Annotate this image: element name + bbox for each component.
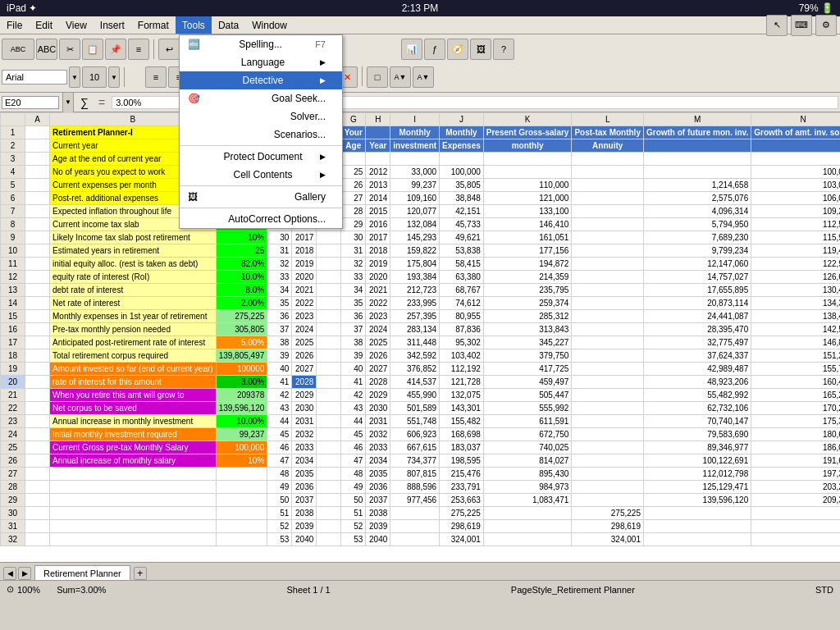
style-dropdown[interactable]: ABC (2, 39, 34, 60)
cell-c26[interactable]: 10% (216, 454, 267, 468)
cell-i3[interactable] (390, 153, 440, 166)
cell-h9[interactable]: 2017 (366, 231, 390, 244)
cell-j18[interactable]: 103,402 (440, 349, 484, 363)
cell-i2[interactable]: investment (390, 139, 440, 153)
cell-g1[interactable]: Your (341, 126, 366, 139)
cell-h10[interactable]: 2018 (366, 244, 390, 258)
cell-a32[interactable] (25, 533, 50, 546)
cell-n5[interactable]: 103,000 (751, 179, 840, 192)
cell-e20-selected[interactable]: 2028 (292, 376, 317, 389)
func-btn[interactable]: ƒ (424, 39, 445, 60)
cell-e27[interactable]: 2035 (292, 468, 317, 481)
cell-m15[interactable]: 24,441,087 (643, 310, 751, 323)
cell-k29[interactable]: 1,083,471 (483, 494, 572, 507)
cell-l23[interactable] (572, 415, 644, 428)
cell-i7[interactable]: 120,077 (390, 205, 440, 218)
cell-j20[interactable]: 121,728 (440, 376, 484, 389)
cell-g18[interactable]: 39 (341, 349, 366, 363)
cell-n12[interactable]: 126,677 (751, 271, 840, 284)
cell-a6[interactable] (25, 192, 50, 205)
cell-n19[interactable]: 155,797 (751, 363, 840, 376)
cell-h16[interactable]: 2024 (366, 323, 390, 336)
cell-i10[interactable]: 159,822 (390, 244, 440, 258)
cell-j9[interactable]: 49,621 (440, 231, 484, 244)
cell-f31[interactable] (317, 520, 341, 533)
cell-a29[interactable] (25, 494, 50, 507)
cell-n14[interactable]: 134,392 (751, 297, 840, 310)
cell-c25[interactable]: 100,000 (216, 441, 267, 454)
cell-a28[interactable] (25, 481, 50, 494)
cell-g17[interactable]: 38 (341, 336, 366, 349)
cell-n25[interactable]: 186,029 (751, 441, 840, 454)
cell-i8[interactable]: 132,084 (390, 218, 440, 231)
cell-h13[interactable]: 2021 (366, 284, 390, 297)
cell-b10[interactable]: Estimated years in retirement (50, 244, 217, 258)
cell-a19[interactable] (25, 363, 50, 376)
cell-g9[interactable]: 30 (341, 231, 366, 244)
settings-btn[interactable]: ⚙ (815, 15, 837, 36)
cell-e31[interactable]: 2039 (292, 520, 317, 533)
cell-l16[interactable] (572, 323, 644, 336)
cell-k11[interactable]: 194,872 (483, 258, 572, 271)
cell-a14[interactable] (25, 297, 50, 310)
cell-d23[interactable]: 44 (267, 415, 292, 428)
cell-n31[interactable] (751, 520, 840, 533)
cell-l11[interactable] (572, 258, 644, 271)
cell-m3[interactable] (643, 153, 751, 166)
cell-n22[interactable]: 170,243 (751, 402, 840, 415)
cell-m27[interactable]: 112,012,798 (643, 468, 751, 481)
cell-f16[interactable] (317, 323, 341, 336)
cell-n21[interactable]: 165,285 (751, 389, 840, 402)
cell-i13[interactable]: 212,723 (390, 284, 440, 297)
cell-j25[interactable]: 183,037 (440, 441, 484, 454)
cell-m31[interactable] (643, 520, 751, 533)
font-dropdown-btn[interactable]: ▼ (69, 66, 80, 88)
cell-m28[interactable]: 125,129,471 (643, 481, 751, 494)
cell-k18[interactable]: 379,750 (483, 349, 572, 363)
cell-j16[interactable]: 87,836 (440, 323, 484, 336)
cell-b21[interactable]: When you retire this amt will grow to (50, 389, 217, 402)
menu-autocorrect[interactable]: AutoCorrect Options... (180, 210, 342, 228)
cell-j1[interactable]: Monthly (440, 126, 484, 139)
cell-j14[interactable]: 74,612 (440, 297, 484, 310)
cell-n1[interactable]: Growth of amt. inv. so far (751, 126, 840, 139)
cell-h4[interactable]: 2012 (366, 166, 390, 179)
cell-g16[interactable]: 37 (341, 323, 366, 336)
gallery-btn[interactable]: 🖼 (470, 39, 491, 60)
cell-m23[interactable]: 70,740,147 (643, 415, 751, 428)
cell-n27[interactable]: 197,359 (751, 468, 840, 481)
cell-b28[interactable] (50, 481, 217, 494)
cell-n10[interactable]: 119,405 (751, 244, 840, 258)
cell-n18[interactable]: 151,259 (751, 349, 840, 363)
menu-gallery[interactable]: 🖼 Gallery (180, 188, 342, 206)
cell-m13[interactable]: 17,655,895 (643, 284, 751, 297)
cell-f29[interactable] (317, 494, 341, 507)
cell-a21[interactable] (25, 389, 50, 402)
cell-m32[interactable] (643, 533, 751, 546)
cell-h5[interactable]: 2013 (366, 179, 390, 192)
cell-j28[interactable]: 233,791 (440, 481, 484, 494)
cell-n29[interactable]: 209,378 (751, 494, 840, 507)
cell-n16[interactable]: 142,576 (751, 323, 840, 336)
cell-k13[interactable]: 235,795 (483, 284, 572, 297)
formula-bar-dropdown[interactable]: ▼ (62, 92, 74, 113)
cell-j10[interactable]: 53,838 (440, 244, 484, 258)
cell-f24[interactable] (317, 428, 341, 441)
cell-j27[interactable]: 215,476 (440, 468, 484, 481)
cell-h15[interactable]: 2023 (366, 310, 390, 323)
cell-j21[interactable]: 132,075 (440, 389, 484, 402)
cell-i4[interactable]: 33,000 (390, 166, 440, 179)
cell-n9[interactable]: 115,927 (751, 231, 840, 244)
cell-g30[interactable]: 51 (341, 507, 366, 520)
cell-a1[interactable] (25, 126, 50, 139)
cell-l31[interactable]: 298,619 (572, 520, 644, 533)
cell-l4[interactable] (572, 166, 644, 179)
cell-c12[interactable]: 10.0% (216, 271, 267, 284)
cell-i23[interactable]: 551,748 (390, 415, 440, 428)
cell-l20[interactable] (572, 376, 644, 389)
cell-e9[interactable]: 2017 (292, 231, 317, 244)
cell-f10[interactable] (317, 244, 341, 258)
cell-g5[interactable]: 26 (341, 179, 366, 192)
cell-g4[interactable]: 25 (341, 166, 366, 179)
cell-a8[interactable] (25, 218, 50, 231)
